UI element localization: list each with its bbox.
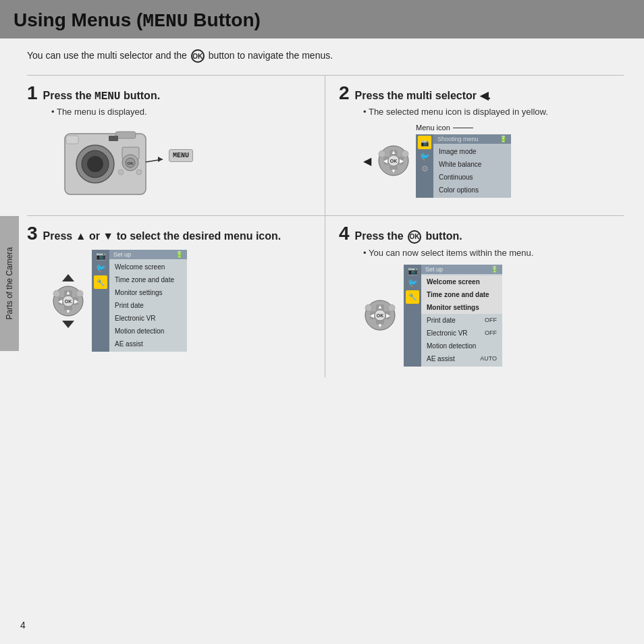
setup-item-6: AE assist [109,338,187,350]
setup-icon-column: 📷 🐦 🔧 [92,250,109,352]
camera-illustration: OK MENU [51,124,193,205]
wrench-icon-active: 🔧 [94,275,107,289]
svg-text:▼: ▼ [65,308,71,315]
setup-item-4: Electronic VR [109,312,187,325]
svg-text:▶: ▶ [400,158,404,164]
bird-icon-2: 🐦 [96,263,106,273]
steps-grid: 1 Press the MENU button. The menu is dis… [27,75,624,377]
page-number: 4 [20,620,26,630]
setup-item-0: Welcome screen [109,261,187,273]
menu-icon-area: Menu icon 📷 🐦 ⚙ [416,124,511,198]
setup-menu-header: Set up 🔋 [109,250,187,259]
camera-icon-active: 📷 [418,136,431,149]
svg-text:▶: ▶ [74,298,79,304]
setup-item-2: Monitor settings [109,286,187,299]
menu-item-0: Image mode [433,145,511,158]
step-2-header: 2 Press the multi selector ◀. [339,84,613,103]
svg-marker-14 [158,157,163,162]
svg-text:▲: ▲ [391,149,396,155]
menu-icon-label-row: Menu icon [416,124,511,132]
svg-point-46 [365,304,372,311]
step-2-illustration: ◀ OK ◀ ▶ ▲ ▼ [363,124,613,198]
svg-text:OK: OK [65,299,72,304]
controller-svg-3: OK ◀ ▶ ▲ ▼ [51,284,85,318]
step-3-header: 3 Press ▲ or ▼ to select the desired men… [27,224,311,243]
camera-icon-2: 📷 [408,266,418,275]
svg-point-36 [76,290,83,297]
svg-point-47 [388,304,395,311]
step-3: 3 Press ▲ or ▼ to select the desired men… [27,215,325,377]
step-4-header: 4 Press the OK button. [339,224,613,244]
setup-menu-body: Welcome screen Time zone and date Monito… [109,259,187,352]
setup-menu-body-2: Welcome screen Time zone and date Monito… [421,274,502,367]
step4-controller: OK ◀ ▶ ▲ ▼ [363,298,397,332]
setup-menu-items: Set up 🔋 Welcome screen Time zone and da… [109,250,187,352]
setup-menu-2: 📷 🐦 🔧 Set up 🔋 Welcome screen Time zone … [404,265,502,367]
svg-point-25 [402,151,408,157]
menu-item-1: White balance [433,158,511,171]
svg-text:▼: ▼ [391,168,396,174]
setup2-item-3: Print date OFF [421,314,502,327]
side-tab: Parts of the Camera [0,216,19,351]
setup2-item-0: Welcome screen [421,275,502,288]
arrow-down-icon [62,321,74,328]
ok-icon: OK [191,49,205,63]
updown-arrows: OK ◀ ▶ ▲ ▼ [51,274,85,328]
shooting-menu-items: Shooting menu 🔋 Image mode White balance… [433,134,511,198]
icon-column: 📷 🐦 ⚙ [416,134,433,198]
shooting-menu: 📷 🐦 ⚙ Shooting menu 🔋 Image mode [416,134,511,198]
svg-text:▲: ▲ [65,290,71,296]
intro-text: You can use the multi selector and the O… [27,49,624,63]
page-header: Using Menus (MENU Button) [0,0,644,38]
setup2-item-5: Motion detection [421,340,502,352]
setup-menu-header-2: Set up 🔋 [421,265,502,274]
step-4-title: Press the OK button. [355,230,462,244]
arrow-svg [51,124,193,205]
step2-controller: OK ◀ ▶ ▲ ▼ [377,140,410,181]
page-title: Using Menus (MENU Button) [14,9,630,32]
controller-svg-4: OK ◀ ▶ ▲ ▼ [363,298,397,332]
step-4: 4 Press the OK button. You can now selec… [325,215,624,377]
menu-item-2: Continuous [433,171,511,184]
menu-item-3: Color options [433,184,511,196]
svg-text:▲: ▲ [377,304,383,310]
svg-text:▼: ▼ [377,323,383,329]
controller-svg-2: OK ◀ ▶ ▲ ▼ [377,140,410,181]
svg-text:◀: ◀ [370,313,375,319]
ok-icon-step4: OK [408,230,421,244]
svg-point-24 [379,151,385,157]
arrow-up-icon [62,274,74,281]
bird-icon: 🐦 [420,152,430,161]
setup-menu: 📷 🐦 🔧 Set up 🔋 Welcome screen Time zone … [92,250,187,352]
wrench-icon-active-2: 🔧 [406,290,419,304]
step-3-title: Press ▲ or ▼ to select the desired menu … [43,230,281,242]
svg-text:▶: ▶ [386,313,391,319]
setup-item-5: Motion detection [109,325,187,338]
setup-item-1: Time zone and date [109,273,187,286]
step-1: 1 Press the MENU button. The menu is dis… [27,75,325,215]
setup2-item-4: Electronic VR OFF [421,327,502,340]
bird-icon-3: 🐦 [408,278,418,288]
main-content: You can use the multi selector and the O… [0,38,644,388]
setup-menu-items-2: Set up 🔋 Welcome screen Time zone and da… [421,265,502,367]
setup2-item-6: AE assist AUTO [421,352,502,365]
step3-controller: OK ◀ ▶ ▲ ▼ [51,284,85,318]
svg-text:◀: ◀ [383,158,388,164]
step-1-body: The menu is displayed. [51,107,311,117]
step-1-title: Press the MENU button. [43,90,161,103]
setup2-item-1: Time zone and date [421,288,502,301]
svg-text:OK: OK [377,313,384,318]
setup-icon-column-2: 📷 🐦 🔧 [404,265,421,367]
step-3-illustration: OK ◀ ▶ ▲ ▼ 📷 🐦 [51,250,311,352]
step-4-body: You can now select items within the menu… [363,248,613,258]
step-1-illustration: OK MENU [51,124,311,205]
setup-item-3: Print date [109,299,187,312]
step-4-illustration: OK ◀ ▶ ▲ ▼ 📷 🐦 🔧 [363,265,613,367]
step-2: 2 Press the multi selector ◀. The select… [325,75,624,215]
camera-icon: 📷 [96,251,106,261]
shooting-menu-body: Image mode White balance Continuous Colo… [433,144,511,198]
settings-icon: ⚙ [421,164,429,173]
setup2-item-2: Monitor settings [421,301,502,314]
svg-text:◀: ◀ [58,298,63,304]
step-1-header: 1 Press the MENU button. [27,84,311,103]
